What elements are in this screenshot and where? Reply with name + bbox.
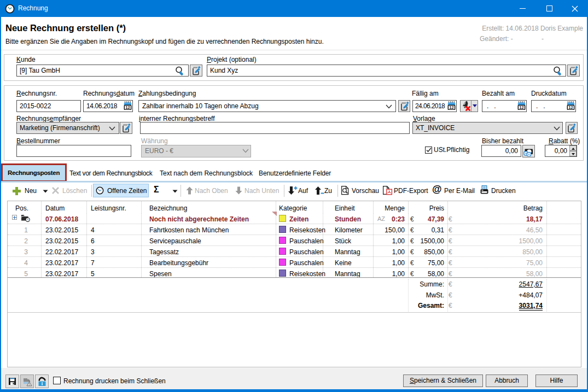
svg-text:12: 12 xyxy=(449,105,453,110)
svg-text:12: 12 xyxy=(125,105,130,110)
svg-text:12: 12 xyxy=(519,105,523,110)
svg-text:12: 12 xyxy=(568,105,573,110)
